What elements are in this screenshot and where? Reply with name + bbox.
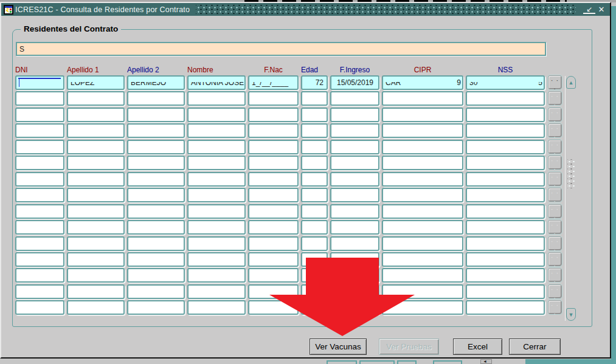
cell-r5-f-nac[interactable] [248, 140, 299, 154]
row-detail-button[interactable]: · · · [548, 156, 562, 170]
cell-r9-cipr[interactable] [382, 204, 463, 219]
cell-r14-apellido-2[interactable] [127, 284, 185, 299]
cell-r6-nombre[interactable] [187, 156, 246, 170]
cell-r12-apellido-1[interactable] [67, 252, 125, 267]
cell-r1-f-nac[interactable]: 1_/__/____ [248, 75, 299, 90]
cell-r3-nombre[interactable] [187, 108, 246, 122]
cell-r9-dni[interactable] [15, 204, 64, 219]
cell-r13-apellido-2[interactable] [127, 268, 185, 283]
cell-r9-f-ingreso[interactable] [330, 204, 379, 219]
cell-r11-apellido-1[interactable] [67, 236, 125, 251]
cell-r7-apellido-1[interactable] [67, 172, 125, 187]
cell-r7-cipr[interactable] [382, 172, 463, 187]
cell-r5-nss[interactable] [466, 140, 545, 154]
cell-r5-apellido-2[interactable] [127, 140, 185, 154]
cell-r10-nss[interactable] [466, 220, 545, 235]
cell-r11-dni[interactable] [15, 236, 64, 251]
row-detail-button[interactable]: · · · [548, 220, 562, 234]
row-detail-button[interactable]: · · · [548, 268, 562, 282]
excel-button[interactable]: Excel [453, 338, 502, 355]
row-detail-button[interactable]: · · · [548, 204, 562, 218]
cell-r11-f-ingreso[interactable] [330, 236, 379, 251]
cell-r12-nombre[interactable] [187, 252, 246, 267]
cell-r2-nss[interactable] [466, 91, 545, 106]
cell-r13-apellido-1[interactable] [67, 268, 125, 283]
cell-r1-f-ingreso[interactable]: 15/05/2019 [330, 75, 379, 90]
cell-r8-cipr[interactable] [382, 188, 463, 202]
row-detail-button[interactable]: · · · [548, 172, 562, 186]
cell-r11-cipr[interactable] [382, 236, 463, 251]
cell-r11-apellido-2[interactable] [127, 236, 185, 251]
row-detail-button[interactable]: · · · [548, 91, 562, 105]
cell-r3-f-nac[interactable] [248, 108, 299, 122]
cell-r4-apellido-1[interactable] [67, 123, 125, 138]
cell-r8-apellido-2[interactable] [127, 188, 185, 202]
cell-r2-apellido-2[interactable] [127, 91, 185, 106]
cell-r4-cipr[interactable] [382, 123, 463, 138]
cell-r4-dni[interactable] [15, 123, 64, 138]
cell-r3-f-ingreso[interactable] [330, 108, 379, 122]
row-detail-button[interactable]: · · · [548, 140, 562, 154]
restore-window-button[interactable]: ↙ [583, 5, 595, 14]
cell-r5-cipr[interactable] [382, 140, 463, 154]
cell-r2-nombre[interactable] [187, 91, 246, 106]
cell-r6-cipr[interactable] [382, 156, 463, 170]
cell-r14-nombre[interactable] [187, 284, 246, 299]
cell-r3-cipr[interactable] [382, 108, 463, 122]
cell-r3-dni[interactable] [15, 108, 64, 122]
cell-r4-edad[interactable] [301, 123, 328, 138]
cell-r11-nss[interactable] [466, 236, 545, 251]
cell-r14-nss[interactable] [466, 284, 545, 299]
cell-r10-apellido-1[interactable] [67, 220, 125, 235]
cell-r10-cipr[interactable] [382, 220, 463, 235]
cell-r4-nss[interactable] [466, 123, 545, 138]
cell-r9-nombre[interactable] [187, 204, 246, 219]
scroll-down-icon[interactable]: ▼ [566, 308, 576, 321]
cell-r11-nombre[interactable] [187, 236, 246, 251]
row-detail-button[interactable]: · · · [548, 284, 562, 298]
cell-r1-dni[interactable] [15, 75, 64, 90]
cell-r11-edad[interactable] [301, 236, 328, 251]
cell-r12-dni[interactable] [15, 252, 64, 267]
cell-r9-edad[interactable] [301, 204, 328, 219]
cell-r2-f-nac[interactable] [248, 91, 299, 106]
cell-r8-nss[interactable] [466, 188, 545, 202]
row-detail-button[interactable]: · · · [548, 236, 562, 250]
cell-r6-f-nac[interactable] [248, 156, 299, 170]
scrollbar-thumb[interactable] [567, 159, 575, 188]
cell-r14-dni[interactable] [15, 284, 64, 299]
cell-r8-nombre[interactable] [187, 188, 246, 202]
cell-r8-f-nac[interactable] [248, 188, 299, 202]
cell-r15-apellido-2[interactable] [127, 300, 185, 315]
cell-r6-apellido-1[interactable] [67, 156, 125, 170]
cell-r6-dni[interactable] [15, 156, 64, 170]
cell-r7-f-nac[interactable] [248, 172, 299, 187]
row-detail-button[interactable]: · · · [548, 75, 562, 89]
cell-r10-dni[interactable] [15, 220, 64, 235]
cell-r4-f-nac[interactable] [248, 123, 299, 138]
cell-r2-cipr[interactable] [382, 91, 463, 106]
ver-pruebas-button[interactable]: Ver Pruebas [379, 338, 439, 355]
cell-r5-edad[interactable] [301, 140, 328, 154]
ver-vacunas-button[interactable]: Ver Vacunas [310, 338, 367, 355]
cell-r15-apellido-1[interactable] [67, 300, 125, 315]
cell-r9-nss[interactable] [466, 204, 545, 219]
cell-r13-dni[interactable] [15, 268, 64, 283]
cell-r2-edad[interactable] [301, 91, 328, 106]
cell-r1-nombre[interactable]: ANTONIA JOSE [187, 75, 246, 90]
cell-r10-apellido-2[interactable] [127, 220, 185, 235]
cell-r1-apellido-2[interactable]: BERMEJO [127, 75, 185, 90]
cell-r2-f-ingreso[interactable] [330, 91, 379, 106]
cell-r3-apellido-2[interactable] [127, 108, 185, 122]
cell-r4-apellido-2[interactable] [127, 123, 185, 138]
cell-r7-f-ingreso[interactable] [330, 172, 379, 187]
cell-r4-f-ingreso[interactable] [330, 123, 379, 138]
cell-r8-apellido-1[interactable] [67, 188, 125, 202]
cell-r8-f-ingreso[interactable] [330, 188, 379, 202]
row-detail-button[interactable]: · · · [548, 252, 562, 266]
cell-r6-f-ingreso[interactable] [330, 156, 379, 170]
cell-r1-apellido-1[interactable]: LOPEZ [67, 75, 125, 90]
cell-r6-apellido-2[interactable] [127, 156, 185, 170]
cell-r9-apellido-1[interactable] [67, 204, 125, 219]
cell-r2-apellido-1[interactable] [67, 91, 125, 106]
